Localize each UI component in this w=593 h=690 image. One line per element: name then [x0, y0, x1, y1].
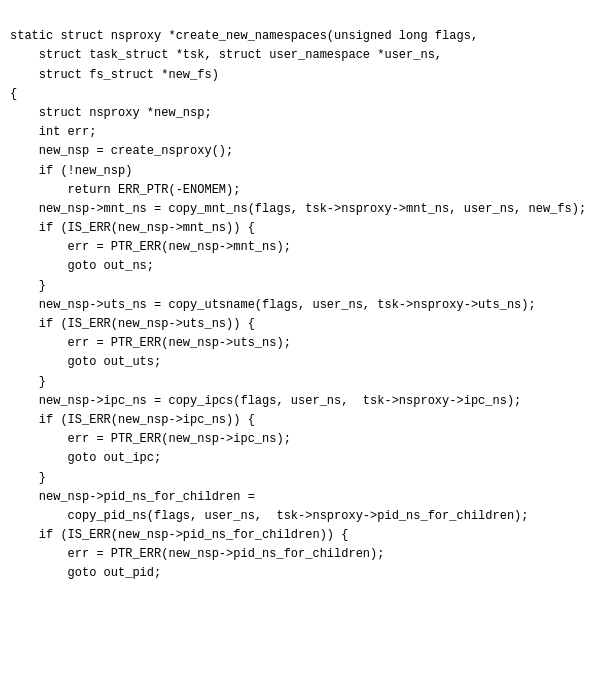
code-line: new_nsp->uts_ns = copy_utsname(flags, us… [10, 296, 583, 315]
code-line: new_nsp->mnt_ns = copy_mnt_ns(flags, tsk… [10, 200, 583, 219]
code-line: static struct nsproxy *create_new_namesp… [10, 27, 583, 46]
code-line: if (!new_nsp) [10, 162, 583, 181]
code-line: return ERR_PTR(-ENOMEM); [10, 181, 583, 200]
code-line: err = PTR_ERR(new_nsp->mnt_ns); [10, 238, 583, 257]
code-line: if (IS_ERR(new_nsp->mnt_ns)) { [10, 219, 583, 238]
code-line: if (IS_ERR(new_nsp->uts_ns)) { [10, 315, 583, 334]
code-line: if (IS_ERR(new_nsp->ipc_ns)) { [10, 411, 583, 430]
code-line: { [10, 85, 583, 104]
code-line: struct task_struct *tsk, struct user_nam… [10, 46, 583, 65]
code-line: err = PTR_ERR(new_nsp->uts_ns); [10, 334, 583, 353]
code-block: static struct nsproxy *create_new_namesp… [0, 0, 593, 592]
code-line: new_nsp->pid_ns_for_children = [10, 488, 583, 507]
code-line: goto out_uts; [10, 353, 583, 372]
code-line: int err; [10, 123, 583, 142]
code-line: struct fs_struct *new_fs) [10, 66, 583, 85]
code-line: goto out_ipc; [10, 449, 583, 468]
code-line: struct nsproxy *new_nsp; [10, 104, 583, 123]
code-line: goto out_pid; [10, 564, 583, 583]
code-line: } [10, 277, 583, 296]
code-line: if (IS_ERR(new_nsp->pid_ns_for_children)… [10, 526, 583, 545]
code-line: err = PTR_ERR(new_nsp->ipc_ns); [10, 430, 583, 449]
code-line: goto out_ns; [10, 257, 583, 276]
code-line: } [10, 469, 583, 488]
code-line: new_nsp->ipc_ns = copy_ipcs(flags, user_… [10, 392, 583, 411]
code-line: copy_pid_ns(flags, user_ns, tsk->nsproxy… [10, 507, 583, 526]
code-line: new_nsp = create_nsproxy(); [10, 142, 583, 161]
code-line: } [10, 373, 583, 392]
code-line: err = PTR_ERR(new_nsp->pid_ns_for_childr… [10, 545, 583, 564]
